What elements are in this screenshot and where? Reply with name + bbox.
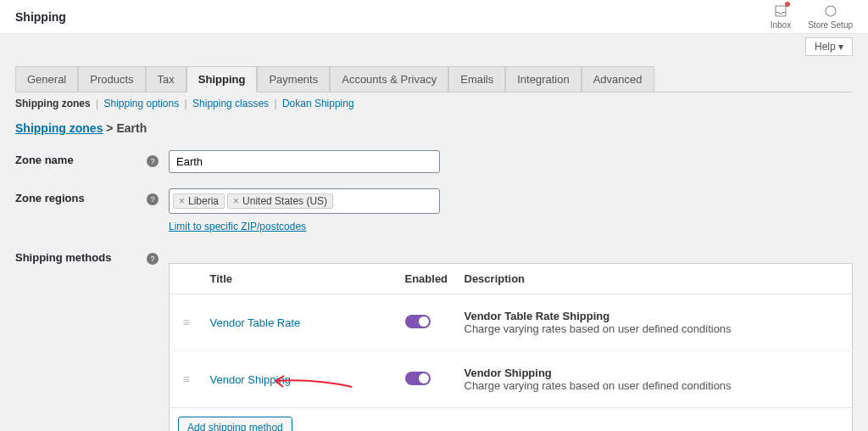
svg-point-1 (826, 6, 836, 16)
row-zone-regions: Zone regions ? ×Liberia ×United States (… (15, 188, 853, 232)
inbox-icon (773, 3, 788, 20)
tab-general[interactable]: General (15, 66, 78, 92)
tab-advanced[interactable]: Advanced (581, 66, 654, 92)
subnav-shipping-classes[interactable]: Shipping classes (192, 98, 269, 109)
label-zone-name: Zone name (15, 150, 147, 166)
zone-regions-input[interactable]: ×Liberia ×United States (US) (169, 188, 440, 214)
region-chip[interactable]: ×United States (US) (227, 193, 333, 209)
region-chip[interactable]: ×Liberia (173, 193, 225, 209)
toggle-knob-icon (419, 373, 429, 383)
topbar-right: Inbox Store Setup (771, 3, 853, 30)
notification-dot-icon (785, 2, 790, 7)
help-icon[interactable]: ? (147, 253, 159, 265)
help-icon[interactable]: ? (147, 193, 159, 205)
label-zone-regions: Zone regions (15, 188, 147, 204)
enabled-toggle[interactable] (405, 372, 431, 385)
top-bar: Shipping Inbox Store Setup (0, 0, 868, 34)
store-setup-button[interactable]: Store Setup (808, 3, 853, 30)
store-setup-label: Store Setup (808, 20, 853, 30)
breadcrumb-root[interactable]: Shipping zones (15, 121, 103, 135)
settings-tabs: General Products Tax Shipping Payments A… (15, 66, 853, 92)
subnav-shipping-options[interactable]: Shipping options (103, 98, 179, 109)
breadcrumb-leaf: Earth (116, 121, 147, 135)
svg-rect-0 (776, 6, 786, 16)
util-row: Help ▾ (0, 34, 868, 56)
desc-title: Vendor Shipping (465, 367, 846, 379)
tab-tax[interactable]: Tax (146, 66, 186, 92)
inbox-button[interactable]: Inbox (771, 3, 791, 30)
shipping-methods-table: Title Enabled Description ≡ Vendor Table… (169, 263, 853, 431)
col-enabled: Enabled (398, 264, 458, 294)
col-title: Title (203, 264, 398, 294)
desc-text: Charge varying rates based on user defin… (465, 379, 732, 392)
tab-shipping[interactable]: Shipping (186, 66, 258, 92)
add-shipping-method-button[interactable]: Add shipping method (178, 417, 292, 431)
help-button[interactable]: Help ▾ (805, 37, 853, 56)
drag-handle-icon[interactable]: ≡ (183, 372, 190, 386)
chip-label: Liberia (188, 195, 219, 207)
breadcrumb-sep: > (103, 121, 116, 135)
subnav-dokan-shipping[interactable]: Dokan Shipping (282, 98, 354, 109)
method-title-link[interactable]: Vendor Shipping (210, 373, 291, 386)
subnav-sep: | (185, 98, 187, 109)
label-shipping-methods: Shipping methods (15, 248, 147, 264)
table-row: ≡ Vendor Table Rate Vendor Table Rate Sh… (170, 294, 853, 351)
zone-name-input[interactable] (169, 150, 440, 173)
drag-handle-icon[interactable]: ≡ (183, 316, 190, 329)
page-title: Shipping (15, 10, 66, 24)
desc-title: Vendor Table Rate Shipping (465, 310, 846, 322)
row-zone-name: Zone name ? (15, 150, 853, 173)
tab-integration[interactable]: Integration (505, 66, 581, 92)
sub-nav: Shipping zones | Shipping options | Ship… (15, 98, 853, 109)
toggle-knob-icon (419, 316, 429, 327)
tab-products[interactable]: Products (78, 66, 145, 92)
col-sort (170, 264, 203, 294)
remove-icon[interactable]: × (233, 195, 239, 207)
col-description: Description (458, 264, 853, 294)
inbox-label: Inbox (771, 20, 791, 30)
tab-emails[interactable]: Emails (448, 66, 505, 92)
tab-accounts-privacy[interactable]: Accounts & Privacy (330, 66, 448, 92)
desc-text: Charge varying rates based on user defin… (465, 322, 732, 335)
row-shipping-methods: Shipping methods ? Title Enabled Descrip… (15, 248, 853, 431)
remove-icon[interactable]: × (179, 195, 185, 207)
help-icon[interactable]: ? (147, 155, 159, 167)
subnav-current[interactable]: Shipping zones (15, 98, 91, 109)
subnav-sep: | (274, 98, 276, 109)
breadcrumb: Shipping zones > Earth (15, 121, 853, 135)
table-row: ≡ Vendor Shipping Vendor ShippingCharge … (170, 351, 853, 408)
tab-payments[interactable]: Payments (257, 66, 330, 92)
limit-zip-link[interactable]: Limit to specific ZIP/postcodes (169, 221, 306, 232)
method-title-link[interactable]: Vendor Table Rate (210, 316, 301, 329)
chip-label: United States (US) (242, 195, 327, 207)
circle-icon (823, 3, 838, 20)
enabled-toggle[interactable] (405, 315, 431, 328)
subnav-sep: | (96, 98, 98, 109)
